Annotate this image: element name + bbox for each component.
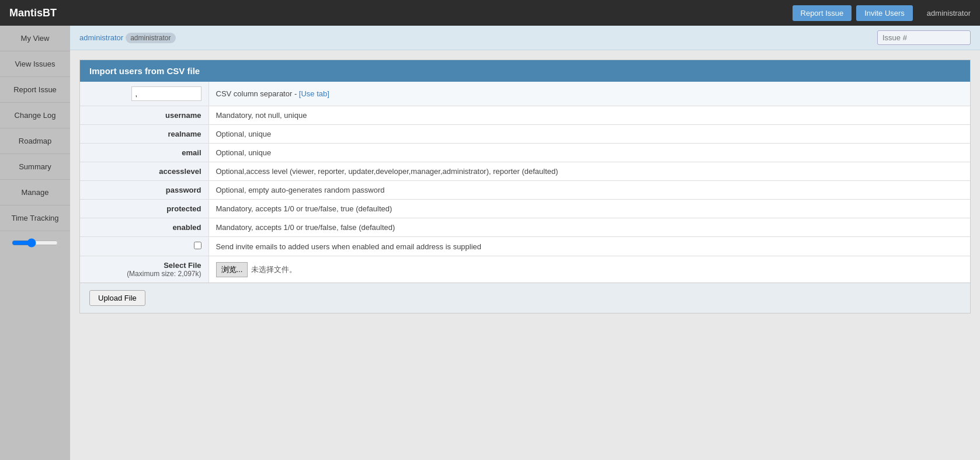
sidebar-item-report-issue[interactable]: Report Issue xyxy=(0,77,70,103)
report-issue-button[interactable]: Report Issue xyxy=(793,5,852,21)
table-row-username: username Mandatory, not null, unique xyxy=(80,106,970,125)
sidebar-item-report-issue-label: Report Issue xyxy=(13,85,57,94)
topbar-actions: Report Issue Invite Users administrator xyxy=(793,5,971,21)
csv-separator-value-cell: CSV column separator - [Use tab] xyxy=(208,82,970,106)
sidebar: My View View Issues Report Issue Change … xyxy=(0,26,70,460)
breadcrumb-bar: administrator administrator xyxy=(70,26,980,50)
invite-description-cell: Send invite emails to added users when e… xyxy=(208,237,970,256)
select-file-label-cell: Select File (Maximum size: 2,097k) xyxy=(80,256,208,283)
table-row-protected: protected Mandatory, accepts 1/0 or true… xyxy=(80,200,970,218)
topbar: MantisBT Report Issue Invite Users admin… xyxy=(0,0,980,26)
sidebar-item-roadmap[interactable]: Roadmap xyxy=(0,128,70,154)
main-content: administrator administrator Import users… xyxy=(70,26,980,460)
table-row-enabled: enabled Mandatory, accepts 1/0 or true/f… xyxy=(80,218,970,237)
sidebar-item-manage-label: Manage xyxy=(22,188,49,197)
field-desc-username: Mandatory, not null, unique xyxy=(208,106,970,125)
csv-separator-label-cell xyxy=(80,82,208,106)
field-desc-accesslevel: Optional,access level (viewer, reporter,… xyxy=(208,162,970,181)
import-panel: Import users from CSV file CSV column se… xyxy=(79,60,971,313)
max-size-label: (Maximum size: 2,097k) xyxy=(87,270,201,278)
field-desc-enabled: Mandatory, accepts 1/0 or true/false, fa… xyxy=(208,218,970,237)
file-input-row: 浏览... 未选择文件。 xyxy=(216,262,964,277)
sidebar-item-change-log[interactable]: Change Log xyxy=(0,103,70,128)
sidebar-item-change-log-label: Change Log xyxy=(15,111,56,120)
invite-description: Send invite emails to added users when e… xyxy=(216,242,482,251)
select-file-label: Select File xyxy=(87,261,201,270)
sidebar-item-my-view[interactable]: My View xyxy=(0,26,70,51)
app-logo: MantisBT xyxy=(9,7,793,19)
field-label-realname: realname xyxy=(80,125,208,144)
sidebar-slider[interactable] xyxy=(12,238,58,248)
sidebar-item-my-view-label: My View xyxy=(21,34,50,43)
sidebar-item-summary[interactable]: Summary xyxy=(0,154,70,180)
field-desc-realname: Optional, unique xyxy=(208,125,970,144)
table-row-accesslevel: accesslevel Optional,access level (viewe… xyxy=(80,162,970,181)
sidebar-item-summary-label: Summary xyxy=(19,162,51,171)
field-desc-protected: Mandatory, accepts 1/0 or true/false, tr… xyxy=(208,200,970,218)
table-row-email: email Optional, unique xyxy=(80,144,970,162)
sidebar-item-view-issues-label: View Issues xyxy=(15,60,55,68)
import-panel-title: Import users from CSV file xyxy=(89,66,200,76)
table-row-select-file: Select File (Maximum size: 2,097k) 浏览...… xyxy=(80,256,970,283)
layout: My View View Issues Report Issue Change … xyxy=(0,26,980,460)
breadcrumb: administrator administrator xyxy=(79,33,176,43)
upload-row: Upload File xyxy=(80,283,970,313)
upload-file-button[interactable]: Upload File xyxy=(89,290,145,306)
field-label-username: username xyxy=(80,106,208,125)
sidebar-item-time-tracking[interactable]: Time Tracking xyxy=(0,205,70,231)
table-row-realname: realname Optional, unique xyxy=(80,125,970,144)
table-row-password: password Optional, empty auto-generates … xyxy=(80,181,970,200)
use-tab-link[interactable]: [Use tab] xyxy=(299,89,329,98)
sidebar-slider-container xyxy=(0,234,70,252)
field-label-enabled: enabled xyxy=(80,218,208,237)
issue-search-input[interactable] xyxy=(877,30,971,45)
breadcrumb-current: administrator xyxy=(126,33,175,43)
field-label-accesslevel: accesslevel xyxy=(80,162,208,181)
sidebar-item-roadmap-label: Roadmap xyxy=(19,137,51,145)
import-panel-header: Import users from CSV file xyxy=(80,60,970,82)
import-table: CSV column separator - [Use tab] usernam… xyxy=(80,82,970,283)
invite-checkbox[interactable] xyxy=(194,242,201,249)
sidebar-item-time-tracking-label: Time Tracking xyxy=(11,214,58,222)
topbar-user: administrator xyxy=(927,9,971,18)
field-label-password: password xyxy=(80,181,208,200)
breadcrumb-user-link[interactable]: administrator xyxy=(79,33,123,42)
csv-separator-description: CSV column separator - xyxy=(216,89,299,98)
field-label-protected: protected xyxy=(80,200,208,218)
invite-users-button[interactable]: Invite Users xyxy=(856,5,913,21)
content-area: Import users from CSV file CSV column se… xyxy=(70,50,980,323)
field-desc-email: Optional, unique xyxy=(208,144,970,162)
table-row-invite: Send invite emails to added users when e… xyxy=(80,237,970,256)
csv-separator-input[interactable] xyxy=(131,86,201,101)
invite-checkbox-cell xyxy=(80,237,208,256)
field-label-email: email xyxy=(80,144,208,162)
sidebar-item-view-issues[interactable]: View Issues xyxy=(0,51,70,77)
select-file-input-cell: 浏览... 未选择文件。 xyxy=(208,256,970,283)
csv-separator-row: CSV column separator - [Use tab] xyxy=(80,82,970,106)
no-file-text: 未选择文件。 xyxy=(251,264,297,275)
browse-button[interactable]: 浏览... xyxy=(216,262,248,277)
field-desc-password: Optional, empty auto-generates random pa… xyxy=(208,181,970,200)
sidebar-item-manage[interactable]: Manage xyxy=(0,180,70,205)
